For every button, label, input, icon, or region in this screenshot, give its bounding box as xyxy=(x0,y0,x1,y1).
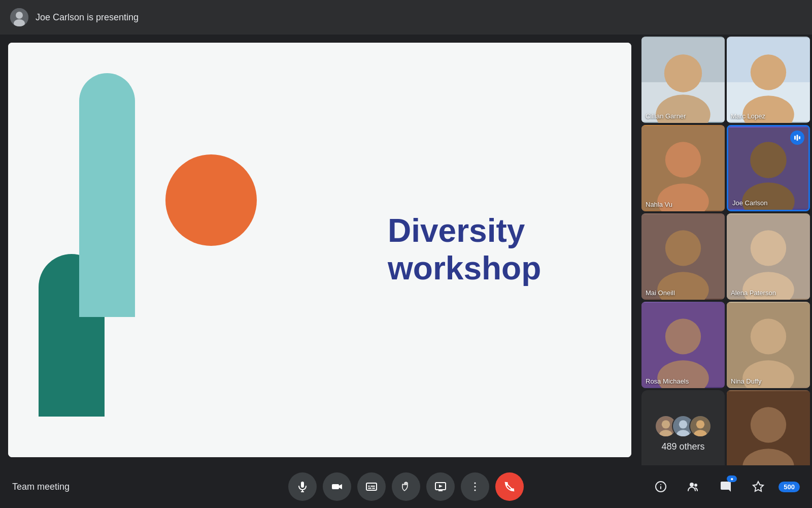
svg-point-40 xyxy=(696,420,704,428)
svg-rect-51 xyxy=(332,484,339,489)
svg-point-1 xyxy=(16,12,23,19)
svg-point-7 xyxy=(664,54,702,92)
svg-point-22 xyxy=(665,230,701,266)
svg-point-69 xyxy=(690,483,694,487)
svg-point-16 xyxy=(750,142,786,178)
svg-rect-54 xyxy=(368,486,370,487)
svg-rect-18 xyxy=(794,136,796,140)
participant-video-novak xyxy=(727,390,810,465)
svg-rect-57 xyxy=(372,488,375,489)
video-tile-nahla: Nahla Vu xyxy=(641,125,725,211)
svg-point-64 xyxy=(475,490,476,491)
svg-point-37 xyxy=(679,420,687,428)
svg-point-70 xyxy=(694,484,697,487)
svg-rect-68 xyxy=(660,486,661,489)
participant-name-cillian: Cillian Garner xyxy=(646,112,686,120)
svg-rect-48 xyxy=(301,482,304,488)
more-options-button[interactable] xyxy=(461,472,489,501)
presenter-avatar xyxy=(10,8,28,26)
people-button[interactable] xyxy=(681,474,705,499)
presenting-text: Joe Carlson is presenting xyxy=(36,12,139,23)
svg-marker-71 xyxy=(753,482,763,491)
svg-marker-61 xyxy=(439,485,443,488)
participant-video-rosa xyxy=(641,302,725,388)
video-tile-cillian: Cillian Garner xyxy=(641,37,725,123)
participant-name-mai: Mai Oneill xyxy=(646,289,675,297)
right-panel: Cillian Garner Marc Lopez Nahla Vu xyxy=(639,35,812,465)
others-avatar-3 xyxy=(689,415,712,437)
svg-point-28 xyxy=(665,319,701,354)
active-speaker-icon xyxy=(790,131,804,145)
participant-name-rosa: Rosa Michaels xyxy=(646,377,689,385)
video-tile-novak: Novak xyxy=(727,390,810,465)
svg-rect-56 xyxy=(368,488,371,489)
others-tile[interactable]: 489 others xyxy=(641,390,725,465)
video-tile-alena: Alena Paterson xyxy=(727,213,810,300)
video-tile-nina: Nina Duffy xyxy=(727,302,810,388)
captions-button[interactable] xyxy=(357,472,386,501)
video-tile-mai: Mai Oneill xyxy=(641,213,725,300)
camera-button[interactable] xyxy=(323,472,351,501)
info-button[interactable] xyxy=(649,474,673,499)
video-tile-marc: Marc Lopez xyxy=(727,37,810,123)
participant-video-marc xyxy=(727,37,810,123)
participant-name-nina: Nina Duffy xyxy=(731,377,761,385)
participant-video-mai xyxy=(641,213,725,300)
slide-container: Diversity workshop xyxy=(8,43,631,457)
slide-title: Diversity workshop xyxy=(388,212,601,287)
others-avatars xyxy=(655,415,712,437)
participant-video-nahla xyxy=(641,125,725,211)
chat-badge: ● xyxy=(727,475,737,482)
present-button[interactable] xyxy=(426,472,455,501)
svg-point-10 xyxy=(751,54,786,90)
main-area: Diversity workshop xyxy=(0,35,639,465)
slide-shape-orange xyxy=(165,154,257,246)
participant-name-nahla: Nahla Vu xyxy=(646,201,672,208)
svg-point-25 xyxy=(751,230,786,266)
svg-point-31 xyxy=(751,319,786,354)
svg-rect-55 xyxy=(370,486,375,487)
slide-content: Diversity workshop xyxy=(8,43,631,457)
controls-right: ● 500 xyxy=(649,474,800,499)
svg-point-34 xyxy=(662,420,670,428)
slide-shape-teal xyxy=(79,73,135,317)
participant-count-container: 500 xyxy=(779,482,800,492)
participant-name-joe: Joe Carlson xyxy=(732,199,767,207)
svg-rect-19 xyxy=(797,135,798,141)
svg-point-67 xyxy=(660,484,661,485)
svg-point-13 xyxy=(665,142,701,177)
svg-point-63 xyxy=(475,486,476,488)
bottom-bar: Team meeting xyxy=(0,465,812,508)
participant-video-cillian xyxy=(641,37,725,123)
top-bar: Joe Carlson is presenting xyxy=(0,0,812,35)
controls-center xyxy=(288,472,524,501)
meeting-name: Team meeting xyxy=(12,482,104,492)
participant-video-nina xyxy=(727,302,810,388)
svg-point-62 xyxy=(475,483,476,484)
raise-hand-button[interactable] xyxy=(392,472,420,501)
participant-name-alena: Alena Paterson xyxy=(731,289,776,297)
end-call-button[interactable] xyxy=(495,472,524,501)
svg-point-43 xyxy=(751,407,786,442)
svg-marker-52 xyxy=(339,484,342,489)
participant-count-badge: 500 xyxy=(779,482,800,492)
chat-button[interactable]: ● xyxy=(714,474,738,499)
video-tile-rosa: Rosa Michaels xyxy=(641,302,725,388)
participant-video-alena xyxy=(727,213,810,300)
activities-button[interactable] xyxy=(746,474,770,499)
participant-name-marc: Marc Lopez xyxy=(731,112,765,120)
others-count: 489 others xyxy=(661,441,704,452)
svg-rect-20 xyxy=(799,136,800,139)
mic-button[interactable] xyxy=(288,472,317,501)
video-tile-joe: Joe Carlson xyxy=(727,125,810,211)
